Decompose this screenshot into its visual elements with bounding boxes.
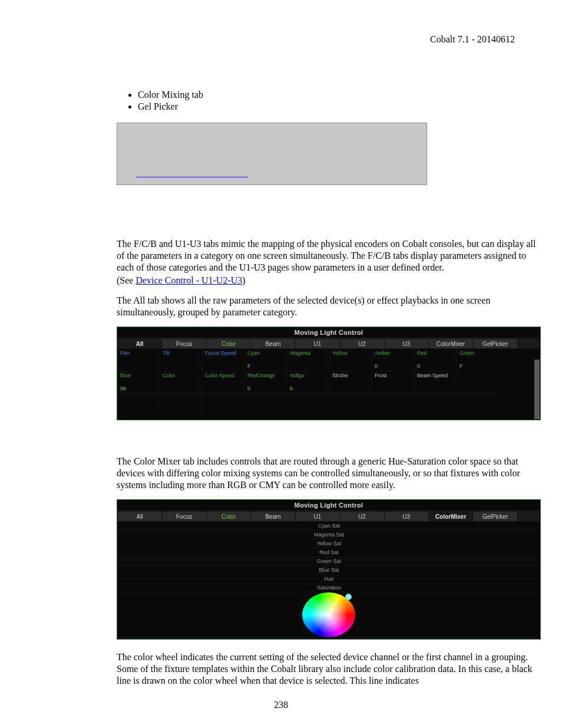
- param-value: F: [459, 363, 463, 369]
- param-label: Magenta: [290, 350, 327, 356]
- color-wheel[interactable]: [117, 592, 540, 638]
- tab-beam[interactable]: Beam: [250, 511, 295, 522]
- param-cell[interactable]: Blue98: [117, 371, 160, 394]
- param-label: Color: [163, 373, 200, 378]
- param-label: Strobe: [332, 373, 369, 378]
- sat-blue[interactable]: Blue Sat: [117, 566, 540, 575]
- param-cell[interactable]: Color: [160, 371, 202, 394]
- param-cell[interactable]: GreenF: [457, 349, 499, 371]
- param-cell[interactable]: Magenta: [287, 349, 329, 371]
- sat-yellow[interactable]: Yellow Sat: [117, 539, 540, 548]
- mixer-blank: [117, 638, 540, 639]
- tab-blank: [517, 338, 540, 349]
- link-device-control[interactable]: Device Control - U1-U2-U3: [135, 275, 242, 285]
- param-value: 0: [247, 386, 250, 391]
- bullet-list: Color Mixing tab Gel Picker: [138, 90, 541, 112]
- sat-red[interactable]: Red Sat: [117, 548, 540, 557]
- param-cell[interactable]: Indigo0: [287, 371, 329, 394]
- param-label: Amber: [375, 350, 412, 356]
- param-label: Beam Speed: [417, 373, 454, 378]
- param-label: Tilt: [163, 350, 200, 356]
- tab-u1[interactable]: U1: [295, 338, 339, 349]
- mlc-title: Moving Light Control: [117, 327, 540, 338]
- tab-focus[interactable]: Focus: [161, 511, 206, 522]
- param-cell[interactable]: Yellow: [329, 349, 372, 371]
- sat-hue[interactable]: Hue: [117, 575, 540, 584]
- param-value: F: [247, 363, 251, 369]
- tab-row-2: All Focus Color Beam U1 U2 U3 ColorMixer…: [117, 511, 540, 522]
- sat-saturation[interactable]: Saturation: [117, 584, 540, 592]
- tab-colormixer[interactable]: ColorMixer: [428, 511, 472, 522]
- param-cell[interactable]: Color Speed: [202, 371, 244, 394]
- mlc-title-2: Moving Light Control: [117, 500, 540, 511]
- page-number: 238: [0, 700, 562, 710]
- param-cell[interactable]: Focus Speed: [202, 349, 244, 371]
- tab-gelpicker[interactable]: GelPicker: [472, 338, 517, 349]
- param-label: Pan: [120, 350, 157, 356]
- param-cell[interactable]: [160, 394, 202, 416]
- param-label: Red: [417, 350, 454, 356]
- param-value: 98: [120, 386, 126, 391]
- note-box: [117, 123, 427, 185]
- tab-color[interactable]: Color: [206, 338, 250, 349]
- param-label: RedOrange: [247, 373, 285, 378]
- tab-u3[interactable]: U3: [384, 511, 428, 522]
- param-cell[interactable]: Red0: [414, 349, 457, 371]
- figure-color-mixer: Moving Light Control All Focus Color Bea…: [117, 499, 541, 640]
- param-cell[interactable]: Tilt: [160, 349, 202, 371]
- figure-all-tab: Moving Light Control All Focus Color Bea…: [117, 327, 541, 420]
- tab-u3[interactable]: U3: [384, 338, 428, 349]
- param-label: Yellow: [332, 350, 369, 356]
- param-cell[interactable]: Strobe: [329, 371, 372, 394]
- tab-color[interactable]: Color: [206, 511, 250, 522]
- param-label: Frost: [375, 373, 412, 378]
- param-cell[interactable]: Amber0: [372, 349, 414, 371]
- param-label: Cyan: [247, 350, 285, 356]
- tab-colormixer[interactable]: ColorMixer: [428, 338, 472, 349]
- note-link-placeholder[interactable]: [136, 177, 248, 177]
- page-header: Cobalt 7.1 - 20140612: [430, 34, 515, 45]
- tab-gelpicker[interactable]: GelPicker: [472, 511, 517, 522]
- param-cell[interactable]: Beam Speed: [414, 371, 457, 394]
- sat-cyan[interactable]: Cyan Sat: [117, 522, 540, 531]
- param-value: 0: [417, 363, 420, 369]
- param-label: Indigo: [290, 373, 327, 378]
- paragraph-color-wheel: The color wheel indicates the current se…: [117, 651, 541, 687]
- param-label: Blue: [120, 373, 157, 378]
- param-cell[interactable]: [457, 371, 499, 394]
- param-cell[interactable]: Pan: [117, 349, 160, 371]
- paragraph-fcb: The F/C/B and U1-U3 tabs mimic the mappi…: [117, 238, 541, 274]
- scrollbar[interactable]: [534, 360, 540, 419]
- param-label: Green: [459, 350, 497, 356]
- tab-beam[interactable]: Beam: [250, 338, 295, 349]
- tab-u1[interactable]: U1: [295, 511, 339, 522]
- bullet-item: Color Mixing tab: [138, 90, 541, 100]
- paragraph-all-tab: The All tab shows all the raw parameters…: [117, 295, 541, 318]
- param-cell[interactable]: RedOrange0: [244, 371, 287, 394]
- sat-magenta[interactable]: Magenta Sat: [117, 531, 540, 539]
- tab-focus[interactable]: Focus: [161, 338, 206, 349]
- param-value: 0: [375, 363, 378, 369]
- param-cell[interactable]: [117, 394, 160, 416]
- param-label: Focus Speed: [205, 350, 242, 356]
- tab-all[interactable]: All: [117, 338, 161, 349]
- tab-all[interactable]: All: [117, 511, 161, 522]
- param-cell[interactable]: Frost: [372, 371, 414, 394]
- paragraph-color-mixer: The Color Mixer tab includes controls th…: [117, 456, 541, 491]
- paragraph-see-link: (See Device Control - U1-U2-U3): [117, 275, 541, 286]
- param-label: Color Speed: [205, 373, 242, 378]
- tab-blank: [517, 511, 540, 522]
- wheel-indicator: [345, 594, 352, 600]
- param-cell[interactable]: CyanF: [244, 349, 287, 371]
- tab-u2[interactable]: U2: [339, 511, 384, 522]
- tab-row: All Focus Color Beam U1 U2 U3 ColorMixer…: [117, 338, 540, 349]
- sat-green[interactable]: Green Sat: [117, 557, 540, 566]
- param-value: 0: [290, 386, 293, 391]
- bullet-item: Gel Picker: [138, 101, 541, 112]
- tab-u2[interactable]: U2: [339, 338, 384, 349]
